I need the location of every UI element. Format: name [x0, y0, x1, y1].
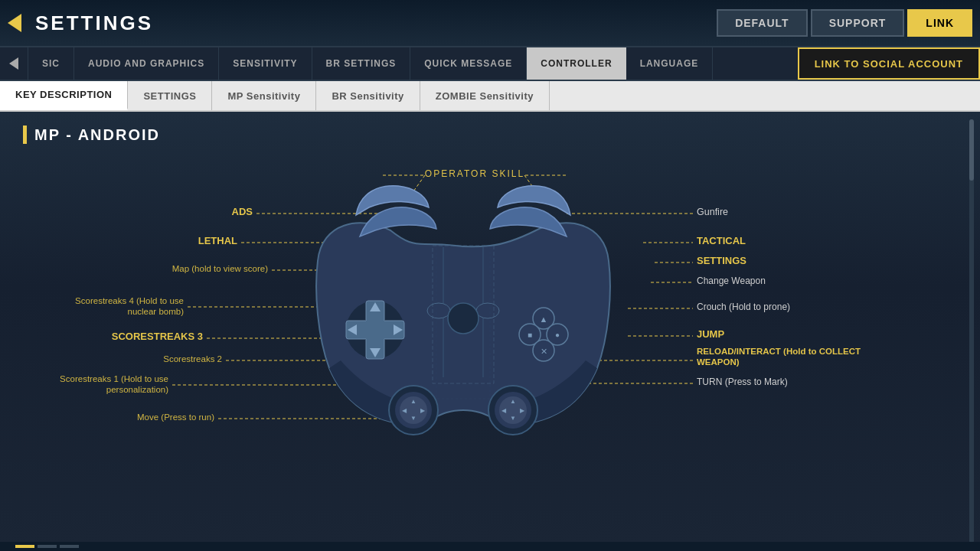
tab-quick-message[interactable]: QUICK MESSAGE — [410, 47, 527, 80]
tab-audio-graphics[interactable]: AUDIO AND GRAPHICS — [74, 47, 219, 80]
svg-text:RELOAD/INTERACT (Hold to COLLE: RELOAD/INTERACT (Hold to COLLECT — [697, 347, 861, 356]
controller-svg: ADS LETHAL Map (hold to view score) Scor… — [0, 154, 949, 544]
nav-tabs: SIC AUDIO AND GRAPHICS SENSITIVITY BR SE… — [0, 47, 980, 81]
svg-text:▶: ▶ — [420, 407, 426, 414]
svg-text:TURN (Press to Mark): TURN (Press to Mark) — [697, 377, 788, 387]
svg-point-73 — [476, 303, 499, 318]
svg-text:nuclear bomb): nuclear bomb) — [127, 307, 184, 316]
indicator-active — [15, 545, 34, 548]
app-title: SETTINGS — [35, 11, 153, 35]
svg-text:JUMP: JUMP — [697, 328, 724, 340]
svg-text:Gunfire: Gunfire — [697, 207, 728, 217]
subtab-key-description[interactable]: KEY DESCRIPTION — [0, 81, 128, 110]
tab-language[interactable]: LANGUAGE — [626, 47, 714, 80]
svg-text:Change Weapon: Change Weapon — [697, 276, 766, 286]
title-bar-accent — [23, 126, 27, 144]
controller-diagram: ADS LETHAL Map (hold to view score) Scor… — [0, 154, 965, 540]
svg-text:WEAPON): WEAPON) — [697, 357, 740, 367]
svg-text:Crouch (Hold to prone): Crouch (Hold to prone) — [697, 302, 790, 312]
svg-text:●: ● — [555, 331, 560, 339]
bottom-indicator — [0, 542, 980, 551]
subtab-br-sensitivity[interactable]: BR Sensitivity — [316, 81, 420, 110]
tab-br-settings[interactable]: BR SETTINGS — [312, 47, 411, 80]
svg-text:▼: ▼ — [510, 415, 516, 422]
svg-text:Map (hold to view score): Map (hold to view score) — [172, 264, 268, 273]
svg-text:◀: ◀ — [501, 407, 507, 414]
support-button[interactable]: SUPPORT — [811, 9, 905, 37]
svg-text:▼: ▼ — [410, 415, 416, 422]
back-button[interactable] — [8, 14, 21, 32]
header-buttons: DEFAULT SUPPORT LINK — [717, 9, 972, 37]
scrollbar[interactable] — [969, 119, 974, 543]
svg-text:Scorestreaks 2: Scorestreaks 2 — [163, 354, 222, 364]
section-title-text: MP - ANDROID — [34, 126, 160, 144]
section-title: MP - ANDROID — [23, 126, 160, 144]
svg-rect-49 — [366, 321, 384, 339]
svg-text:▶: ▶ — [520, 407, 525, 414]
svg-text:TACTICAL: TACTICAL — [697, 235, 746, 246]
svg-text:SCORESTREAKS 3: SCORESTREAKS 3 — [112, 331, 203, 342]
default-button[interactable]: DEFAULT — [717, 9, 808, 37]
main-content: MP - ANDROID ADS LETHAL Map (hold to vie… — [0, 112, 980, 551]
link-button[interactable]: LINK — [907, 9, 972, 37]
tab-sic[interactable]: SIC — [28, 47, 74, 80]
svg-text:Scorestreaks 1 (Hold to use: Scorestreaks 1 (Hold to use — [60, 374, 168, 383]
sub-tabs: KEY DESCRIPTION SETTINGS MP Sensitivity … — [0, 81, 980, 112]
top-header: SETTINGS DEFAULT SUPPORT LINK — [0, 0, 980, 47]
controller-body: ▲ ▼ ◀ ▶ ▲ ▼ ◀ ▶ ▲ ■ — [316, 186, 610, 435]
tab-controller[interactable]: CONTROLLER — [527, 47, 626, 80]
indicator-dot-1 — [38, 545, 57, 548]
back-arrow-icon — [8, 14, 21, 32]
svg-text:OPERATOR SKILL: OPERATOR SKILL — [425, 168, 524, 179]
svg-text:SETTINGS: SETTINGS — [697, 255, 746, 266]
subtab-settings[interactable]: SETTINGS — [128, 81, 212, 110]
svg-text:✕: ✕ — [541, 347, 547, 356]
link-social-button[interactable]: LINK TO SOCIAL ACCOUNT — [798, 47, 980, 80]
indicator-dot-2 — [60, 545, 79, 548]
svg-text:LETHAL: LETHAL — [198, 235, 237, 246]
svg-text:Scorestreaks 4 (Hold to use: Scorestreaks 4 (Hold to use — [75, 296, 184, 305]
tab-sensitivity[interactable]: SENSITIVITY — [219, 47, 312, 80]
nav-back-button[interactable] — [0, 47, 28, 80]
svg-text:■: ■ — [528, 331, 532, 339]
svg-text:Move (Press to run): Move (Press to run) — [137, 412, 214, 422]
svg-text:▲: ▲ — [410, 398, 416, 405]
nav-back-icon — [9, 57, 18, 70]
svg-point-74 — [448, 303, 479, 334]
svg-point-72 — [427, 303, 450, 318]
svg-text:▲: ▲ — [510, 398, 516, 405]
svg-text:▲: ▲ — [540, 315, 548, 324]
subtab-zombie-sensitivity[interactable]: ZOMBIE Sensitivity — [420, 81, 550, 110]
scrollbar-thumb[interactable] — [969, 119, 974, 181]
svg-text:◀: ◀ — [402, 407, 407, 414]
svg-text:personalization): personalization) — [106, 385, 168, 394]
subtab-mp-sensitivity[interactable]: MP Sensitivity — [212, 81, 316, 110]
label-ads: ADS — [232, 206, 253, 217]
